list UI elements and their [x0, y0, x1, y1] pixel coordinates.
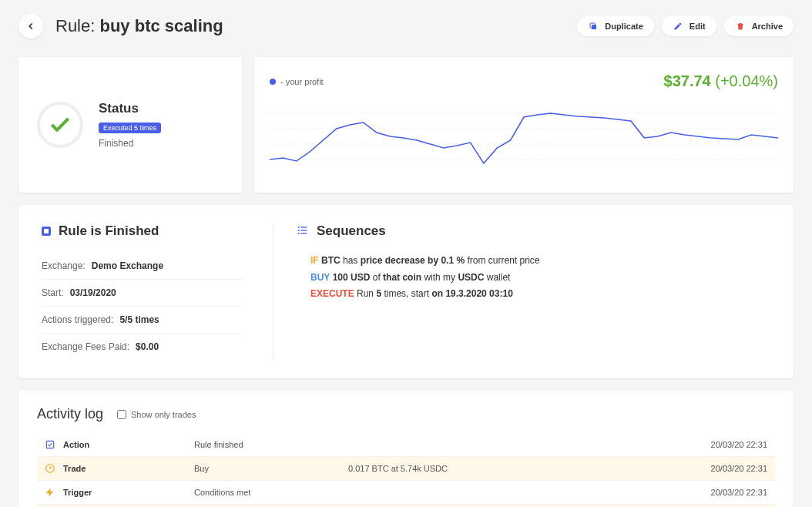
log-detail: Conditions met: [194, 488, 348, 497]
sequence-if: IF BTC has price decrease by 0.1 % from …: [310, 253, 770, 270]
page-header: Rule: buy btc scaling Duplicate Edit Arc…: [0, 8, 812, 45]
edit-label: Edit: [690, 22, 706, 31]
profit-pct: (+0.04%): [715, 72, 778, 89]
duplicate-button[interactable]: Duplicate: [577, 16, 654, 36]
profit-display: $37.74 (+0.04%): [664, 72, 778, 90]
sequence-execute: EXECUTE Run 5 times, start on 19.3.2020 …: [310, 286, 770, 303]
back-button[interactable]: [18, 14, 43, 39]
status-circle: [37, 102, 83, 148]
square-icon: [42, 227, 51, 236]
sequence-lines: IF BTC has price decrease by 0.1 % from …: [297, 253, 770, 303]
action-icon: [45, 439, 63, 450]
edit-button[interactable]: Edit: [662, 16, 716, 36]
log-date: 20/03/20 22:31: [683, 464, 767, 473]
show-only-trades-checkbox[interactable]: Show only trades: [117, 410, 196, 419]
page-title: Rule: buy btc scaling: [55, 16, 223, 36]
log-type: Action: [63, 440, 194, 449]
sequences-title: Sequences: [297, 223, 770, 239]
detail-row: Actions triggered:5/5 times: [42, 307, 242, 334]
svg-rect-0: [592, 25, 596, 29]
log-type: Trigger: [63, 488, 194, 497]
rule-finished-text: Rule is Finished: [59, 223, 159, 239]
svg-point-8: [298, 230, 300, 231]
list-icon: [297, 224, 309, 239]
activity-title: Activity log: [37, 406, 103, 422]
svg-rect-7: [300, 227, 307, 227]
detail-row: Start:03/19/2020: [42, 280, 242, 307]
detail-row: Exchange Fees Paid:$0.00: [42, 334, 242, 360]
page-title-prefix: Rule:: [55, 16, 99, 35]
legend-dot-icon: [270, 79, 276, 85]
log-detail: Buy: [194, 464, 348, 473]
sequences-text: Sequences: [317, 223, 386, 239]
show-only-trades-label: Show only trades: [131, 410, 196, 419]
detail-value: Demo Exchange: [92, 260, 163, 271]
profit-value: $37.74: [664, 72, 711, 89]
detail-label: Actions triggered:: [42, 314, 113, 325]
detail-value: 5/5 times: [119, 314, 159, 325]
trade-icon: [45, 463, 63, 474]
status-badge: Executed 5 times: [99, 123, 161, 133]
svg-rect-11: [300, 233, 307, 233]
log-type: Trade: [63, 464, 194, 473]
show-only-trades-input[interactable]: [117, 410, 126, 419]
status-card: Status Executed 5 times Finished: [18, 57, 242, 193]
svg-point-6: [298, 227, 300, 228]
svg-rect-12: [46, 441, 53, 448]
log-date: 20/03/20 22:31: [683, 440, 767, 449]
log-row: TriggerConditions met20/03/20 22:31: [37, 481, 775, 505]
detail-value: $0.00: [136, 341, 159, 352]
trash-icon: [735, 21, 746, 32]
archive-button[interactable]: Archive: [724, 16, 794, 36]
pencil-icon: [673, 21, 683, 32]
chart-card: - your profit $37.74 (+0.04%): [254, 57, 794, 193]
checkmark-icon: [48, 112, 72, 137]
page-title-name: buy btc scaling: [99, 16, 223, 35]
duplicate-icon: [588, 21, 599, 32]
log-detail: Rule finished: [194, 440, 348, 449]
log-row: TradeBuy0.017 BTC at 5.74k USDC20/03/20 …: [37, 457, 775, 481]
chevron-left-icon: [25, 21, 36, 32]
activity-log-table: ActionRule finished20/03/20 22:31TradeBu…: [37, 433, 775, 507]
status-label: Status: [99, 101, 161, 116]
details-card: Rule is Finished Exchange:Demo ExchangeS…: [18, 205, 794, 378]
profit-chart: [270, 98, 778, 175]
log-row: ActionRule finished20/03/20 22:31: [37, 433, 775, 457]
detail-label: Exchange Fees Paid:: [42, 341, 129, 352]
detail-value: 03/19/2020: [70, 287, 116, 298]
trigger-icon: [45, 487, 63, 498]
svg-point-10: [298, 233, 300, 234]
archive-label: Archive: [752, 22, 783, 31]
log-amount: 0.017 BTC at 5.74k USDC: [348, 464, 683, 473]
detail-row: Exchange:Demo Exchange: [42, 253, 242, 280]
chart-legend-text: - your profit: [280, 77, 324, 86]
detail-label: Start:: [42, 287, 64, 298]
duplicate-label: Duplicate: [605, 22, 643, 31]
svg-rect-9: [300, 230, 307, 230]
sequence-buy: BUY 100 USD of that coin with my USDC wa…: [310, 270, 770, 287]
log-date: 20/03/20 22:31: [683, 488, 767, 497]
chart-legend: - your profit: [270, 77, 324, 86]
rule-finished-title: Rule is Finished: [42, 223, 242, 239]
activity-card: Activity log Show only trades ActionRule…: [18, 391, 794, 507]
status-text: Finished: [99, 138, 161, 149]
detail-label: Exchange:: [42, 260, 86, 271]
